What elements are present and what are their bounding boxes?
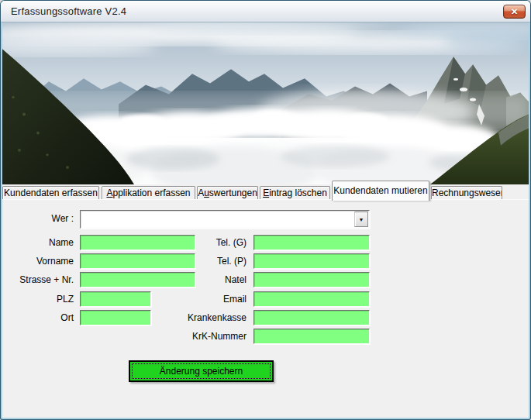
ort-label: Ort: [6, 310, 74, 325]
plz-input[interactable]: [80, 291, 151, 307]
tab-auswertungen[interactable]: Auswertungen: [197, 186, 258, 199]
email-label: Email: [155, 291, 247, 307]
app-window: Erfassungssoftware V2.4 ✕: [0, 0, 531, 420]
krankenkasse-input[interactable]: [253, 310, 370, 325]
titlebar[interactable]: Erfassungssoftware V2.4 ✕: [1, 1, 530, 22]
tab-kundendaten-mutieren[interactable]: Kundendaten mutieren: [332, 181, 429, 201]
vorname-label: Vorname: [6, 253, 74, 269]
window-title: Erfassungssoftware V2.4: [11, 5, 126, 17]
tab-applikation-erfassen[interactable]: Applikation erfassen: [102, 186, 195, 199]
chevron-down-icon: ▼: [359, 217, 364, 222]
close-icon: ✕: [511, 8, 518, 16]
email-input[interactable]: [253, 291, 370, 307]
plz-label: PLZ: [6, 291, 74, 307]
who-combobox-input[interactable]: [81, 212, 353, 227]
tel-p-input[interactable]: [253, 253, 370, 269]
tab-rechnungswesen[interactable]: Rechnungswesen: [431, 186, 502, 199]
tab-eintrag-loeschen[interactable]: Eintrag löschen: [260, 186, 330, 199]
krk-nummer-label: KrK-Nummer: [155, 329, 247, 344]
save-changes-button-label: Änderung speichern: [132, 363, 271, 379]
tel-p-label: Tel. (P): [155, 253, 247, 269]
natel-input[interactable]: [253, 272, 370, 287]
tab-kundendaten-erfassen[interactable]: Kundendaten erfassen: [2, 186, 99, 199]
mountain-photo-graphic: [2, 22, 529, 184]
save-changes-button[interactable]: Änderung speichern: [129, 360, 274, 382]
combobox-dropdown-button[interactable]: ▼: [354, 212, 368, 227]
tel-g-label: Tel. (G): [155, 235, 247, 250]
krankenkasse-label: Krankenkasse: [155, 310, 247, 325]
who-combobox[interactable]: ▼: [80, 210, 370, 229]
banner-photo: [2, 22, 529, 184]
who-label: Wer :: [16, 211, 74, 226]
close-button[interactable]: ✕: [503, 5, 526, 19]
name-label: Name: [6, 235, 74, 250]
tel-g-input[interactable]: [253, 235, 370, 250]
strasse-nr-label: Strasse + Nr.: [6, 272, 74, 287]
krk-nummer-input[interactable]: [253, 329, 370, 344]
ort-input[interactable]: [80, 310, 151, 325]
tab-baseline: [2, 199, 529, 200]
natel-label: Natel: [155, 272, 247, 287]
